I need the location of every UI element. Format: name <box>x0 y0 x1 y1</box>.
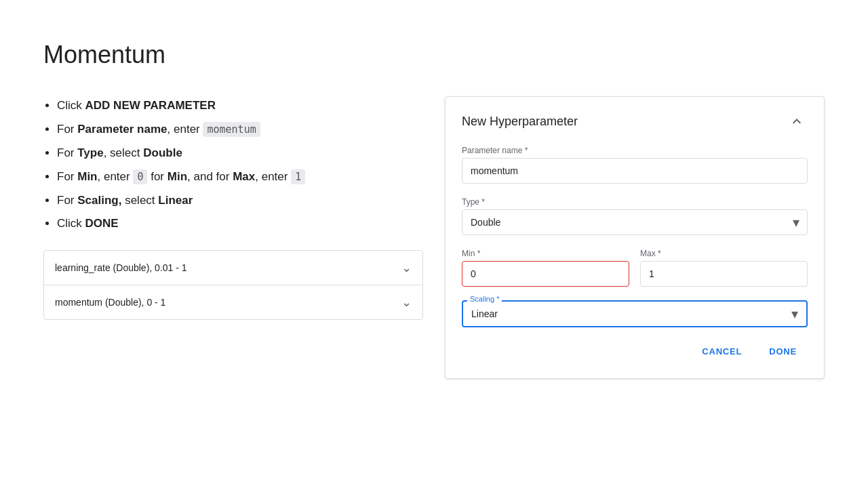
min-group: Min * <box>462 249 629 287</box>
param-item-learning-rate[interactable]: learning_rate (Double), 0.01 - 1 ⌄ <box>44 251 422 285</box>
instruction-item-4: For Min, enter 0 for Min, and for Max, e… <box>57 167 423 187</box>
parameter-name-label: Parameter name * <box>462 146 808 155</box>
max-label: Max * <box>640 249 808 258</box>
scaling-select[interactable]: Linear Log Reverse Log Unit Linear <box>463 302 806 326</box>
chevron-up-icon <box>789 113 805 129</box>
type-group: Type * Double Integer Categorical Discre… <box>462 197 808 235</box>
instruction-4-code1: 0 <box>133 169 147 184</box>
min-label: Min * <box>462 249 629 258</box>
min-input[interactable] <box>462 261 629 287</box>
instruction-3-bold: Type <box>77 146 103 159</box>
instruction-6-bold: DONE <box>85 217 119 230</box>
instruction-5-bold2: Linear <box>158 194 193 207</box>
instruction-4-bold: Min <box>77 170 97 183</box>
chevron-down-icon-momentum: ⌄ <box>401 295 412 310</box>
type-select[interactable]: Double Integer Categorical Discrete <box>462 209 808 235</box>
instruction-5-bold: Scaling, <box>77 194 121 207</box>
panel-actions: CANCEL DONE <box>462 341 808 362</box>
page-title: Momentum <box>43 41 825 69</box>
content-row: Click ADD NEW PARAMETER For Parameter na… <box>43 96 825 379</box>
cancel-button[interactable]: CANCEL <box>691 341 753 362</box>
param-item-momentum[interactable]: momentum (Double), 0 - 1 ⌄ <box>44 285 422 319</box>
instruction-4-bold2: Min <box>167 170 187 183</box>
parameter-name-group: Parameter name * <box>462 146 808 184</box>
param-item-learning-rate-label: learning_rate (Double), 0.01 - 1 <box>55 262 187 273</box>
collapse-panel-button[interactable] <box>786 110 808 132</box>
scaling-group: Scaling * Linear Log Reverse Log Unit Li… <box>462 300 808 327</box>
instruction-1-bold: ADD NEW PARAMETER <box>85 99 216 112</box>
scaling-floating-label: Scaling * <box>467 295 502 303</box>
hyperparameter-panel: New Hyperparameter Parameter name * Type… <box>445 96 825 379</box>
max-group: Max * <box>640 249 808 287</box>
instruction-3-bold2: Double <box>143 146 182 159</box>
instruction-item-3: For Type, select Double <box>57 144 423 163</box>
type-select-wrapper: Double Integer Categorical Discrete ▾ <box>462 209 808 235</box>
param-item-momentum-label: momentum (Double), 0 - 1 <box>55 297 165 308</box>
parameter-name-input[interactable] <box>462 158 808 184</box>
type-label: Type * <box>462 197 808 207</box>
instruction-2-bold: Parameter name <box>77 123 167 136</box>
parameter-list: learning_rate (Double), 0.01 - 1 ⌄ momen… <box>43 250 423 320</box>
instruction-item-6: Click DONE <box>57 214 423 234</box>
panel-header: New Hyperparameter <box>462 110 808 132</box>
page-container: Momentum Click ADD NEW PARAMETER For Par… <box>0 0 868 488</box>
max-input[interactable] <box>640 261 808 287</box>
min-label-text: Min * <box>462 249 480 258</box>
done-button[interactable]: DONE <box>758 341 808 362</box>
instruction-item-2: For Parameter name, enter momentum <box>57 120 423 140</box>
instruction-item-1: Click ADD NEW PARAMETER <box>57 96 423 116</box>
instruction-item-5: For Scaling, select Linear <box>57 191 423 211</box>
instruction-2-code: momentum <box>203 122 260 137</box>
instruction-4-code2: 1 <box>291 169 305 184</box>
min-max-row: Min * Max * <box>462 249 808 300</box>
scaling-select-wrapper: Linear Log Reverse Log Unit Linear ▾ <box>462 300 808 327</box>
instructions-column: Click ADD NEW PARAMETER For Parameter na… <box>43 96 423 320</box>
chevron-down-icon-learning-rate: ⌄ <box>401 260 412 275</box>
instruction-4-bold3: Max <box>233 170 255 183</box>
panel-title: New Hyperparameter <box>462 115 578 129</box>
instructions-list: Click ADD NEW PARAMETER For Parameter na… <box>43 96 423 234</box>
